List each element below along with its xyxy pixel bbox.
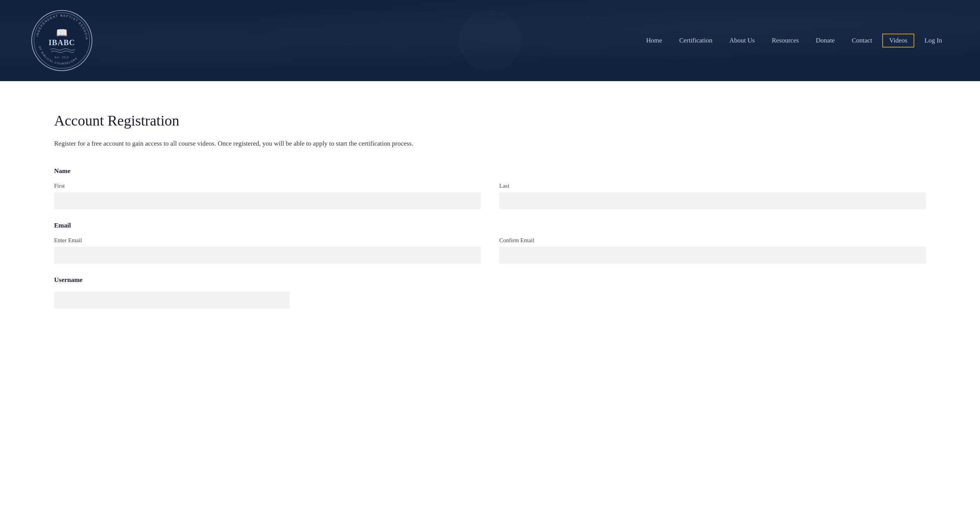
username-section-label: Username — [54, 276, 926, 284]
enter-email-label: Enter Email — [54, 237, 481, 244]
svg-text:📖: 📖 — [56, 27, 68, 38]
last-name-field: Last — [499, 183, 926, 209]
first-name-input[interactable] — [54, 192, 481, 209]
main-content: Account Registration Register for a free… — [0, 81, 980, 523]
first-name-label: First — [54, 183, 481, 189]
confirm-email-input[interactable] — [499, 247, 926, 264]
confirm-email-label: Confirm Email — [499, 237, 926, 244]
svg-text:IBABC: IBABC — [49, 38, 75, 47]
nav-about-us[interactable]: About Us — [723, 34, 762, 48]
logo-icon: INDEPENDENT BAPTIST ASSOCIATION OF BIBLI… — [31, 10, 93, 71]
nav-home[interactable]: Home — [639, 34, 669, 48]
svg-text:Est. 2013: Est. 2013 — [55, 56, 69, 59]
nav-donate[interactable]: Donate — [809, 34, 842, 48]
email-section: Email Enter Email Confirm Email — [54, 222, 926, 264]
nav-videos[interactable]: Videos — [882, 34, 914, 48]
enter-email-input[interactable] — [54, 247, 481, 264]
email-row: Enter Email Confirm Email — [54, 237, 926, 264]
username-input[interactable] — [54, 292, 290, 309]
email-section-label: Email — [54, 222, 926, 229]
logo-area: INDEPENDENT BAPTIST ASSOCIATION OF BIBLI… — [31, 10, 93, 71]
last-name-input[interactable] — [499, 192, 926, 209]
nav-login[interactable]: Log In — [917, 34, 949, 48]
username-field — [54, 292, 290, 309]
page-title: Account Registration — [54, 112, 926, 129]
last-name-label: Last — [499, 183, 926, 189]
enter-email-field: Enter Email — [54, 237, 481, 264]
nav-contact[interactable]: Contact — [845, 34, 879, 48]
page-description: Register for a free account to gain acce… — [54, 138, 926, 149]
main-nav: Home Certification About Us Resources Do… — [639, 34, 949, 48]
name-row: First Last — [54, 183, 926, 209]
site-header: INDEPENDENT BAPTIST ASSOCIATION OF BIBLI… — [0, 0, 980, 81]
confirm-email-field: Confirm Email — [499, 237, 926, 264]
name-section-label: Name — [54, 167, 926, 175]
nav-resources[interactable]: Resources — [765, 34, 806, 48]
name-section: Name First Last — [54, 167, 926, 209]
first-name-field: First — [54, 183, 481, 209]
nav-certification[interactable]: Certification — [672, 34, 720, 48]
username-section: Username — [54, 276, 926, 309]
